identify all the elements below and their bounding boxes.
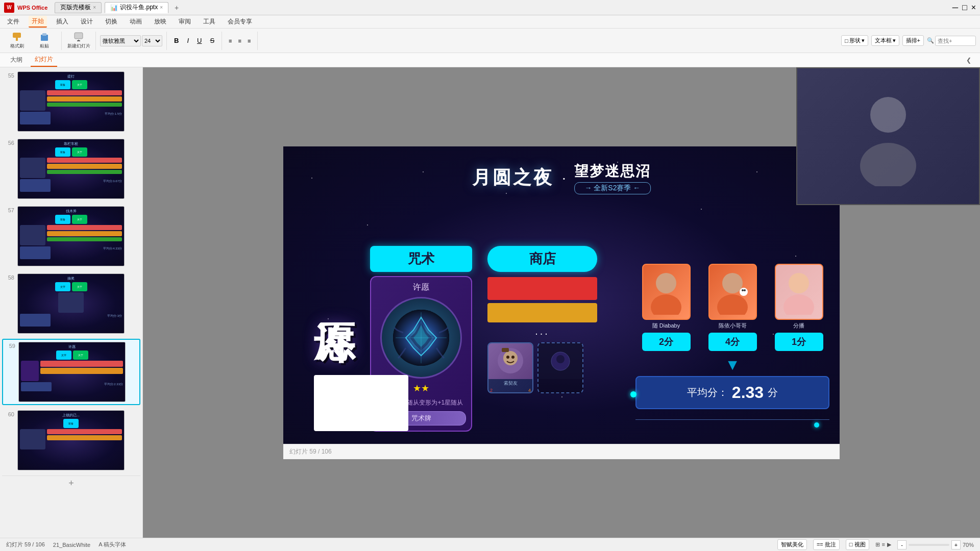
- slide-count-label: 幻灯片 59 / 106: [6, 541, 45, 548]
- italic-button[interactable]: I: [184, 35, 192, 46]
- thumb-56-label: 靠栏车桩: [20, 141, 122, 146]
- comment-button[interactable]: == 批注: [813, 539, 840, 550]
- slide-title-area: 月圆之夜 · 望梦迷思沼 → 全新S2赛季 ←: [472, 162, 651, 194]
- slide-number-60: 60: [4, 410, 14, 417]
- tab-normal[interactable]: 幻灯片: [31, 53, 57, 67]
- close-button[interactable]: ×: [971, 3, 976, 12]
- collapse-panel-button[interactable]: ❮: [964, 55, 974, 65]
- format-brush-button[interactable]: 格式刷: [4, 31, 30, 51]
- avg-score-unit: 分: [768, 386, 778, 399]
- svg-point-31: [783, 294, 814, 315]
- slide-panel: 55 提灯 装备 关于: [0, 67, 143, 538]
- player-2-name: 陈依小哥哥: [719, 322, 747, 330]
- slide-item-59[interactable]: 59 许愿 文字 关于: [2, 339, 140, 405]
- insert-plus-button[interactable]: 插排+: [902, 35, 924, 46]
- slide-number-56: 56: [4, 139, 14, 146]
- slide-canvas[interactable]: 月圆之夜 · 望梦迷思沼 → 全新S2赛季 ← 许愿 咒术: [283, 146, 840, 459]
- svg-point-19: [511, 356, 514, 359]
- svg-rect-3: [42, 33, 46, 36]
- align-center-button[interactable]: ≡: [236, 36, 244, 45]
- orange-bar: [487, 303, 597, 322]
- season-label: → 全新S2赛季 ←: [574, 182, 651, 194]
- smart-beautify-button[interactable]: 智赋美化: [777, 539, 807, 550]
- menu-transition[interactable]: 切换: [102, 16, 120, 27]
- menu-vip[interactable]: 会员专享: [225, 16, 255, 27]
- player-2-card: 陈依小哥哥 4分: [702, 264, 763, 351]
- slide-thumb-59: 许愿 文字 关于 平均分:2.33分: [18, 342, 126, 402]
- shop-item-1-cost2: 4: [528, 388, 531, 393]
- tab-2-close[interactable]: ×: [160, 5, 163, 10]
- slide-item-58[interactable]: 58 抽奖 文字 关于 平均分:3分: [2, 271, 140, 336]
- zoom-in-button[interactable]: +: [951, 540, 961, 549]
- text-box-button[interactable]: 文本框▾: [871, 35, 899, 46]
- avg-score-label: 平均分：: [687, 386, 728, 399]
- avg-score-box: 平均分： 2.33 分: [635, 376, 829, 409]
- shape-button[interactable]: □ 形状▾: [841, 35, 868, 46]
- tab-outline[interactable]: 大纲: [6, 54, 27, 66]
- slide-item-60[interactable]: 60 上镇的已... 装备: [2, 408, 140, 472]
- player-1-score: 2分: [642, 333, 691, 351]
- menu-slideshow[interactable]: 放映: [151, 16, 169, 27]
- maximize-button[interactable]: □: [962, 3, 967, 12]
- strikethrough-button[interactable]: S: [207, 35, 217, 46]
- webcam-placeholder: [842, 84, 934, 188]
- tab-2[interactable]: 📊 识役斗鱼.pptx ×: [105, 2, 168, 13]
- slide-number-57: 57: [4, 206, 14, 213]
- zoom-out-button[interactable]: -: [897, 540, 906, 549]
- app-name: WPS Office: [17, 5, 47, 11]
- align-right-button[interactable]: ≡: [245, 36, 253, 45]
- slide-note-area[interactable]: 幻灯片 59 / 106: [283, 444, 840, 459]
- align-left-button[interactable]: ≡: [226, 36, 234, 45]
- font-family-select[interactable]: 微软雅黑: [100, 35, 141, 46]
- font-size-select[interactable]: 24: [142, 35, 162, 46]
- slide-item-56[interactable]: 56 靠栏车桩 装备 关于: [2, 137, 140, 201]
- window-controls: ─ □ ×: [952, 3, 976, 12]
- svg-point-27: [740, 288, 748, 296]
- card-title: 许愿: [376, 282, 466, 293]
- menu-design[interactable]: 设计: [78, 16, 96, 27]
- slide-item-57[interactable]: 57 伐木斧 装备 关于: [2, 204, 140, 268]
- toolbar-divider-1: [61, 32, 62, 50]
- outline-view-icon[interactable]: ≡: [882, 541, 885, 548]
- add-tab-button[interactable]: +: [172, 3, 182, 13]
- underline-button[interactable]: U: [194, 35, 205, 46]
- menu-file[interactable]: 文件: [4, 16, 22, 27]
- menu-home[interactable]: 开始: [29, 16, 47, 28]
- search-input[interactable]: [935, 36, 976, 46]
- slideshow-icon[interactable]: ▶: [887, 541, 891, 548]
- shape-icon: □: [845, 38, 848, 44]
- new-slide-button[interactable]: 新建幻灯片: [66, 31, 91, 51]
- tab-1[interactable]: 页版売楼板 ×: [55, 2, 102, 13]
- zoom-slider[interactable]: [909, 544, 949, 546]
- slide-number-58: 58: [4, 273, 14, 281]
- svg-rect-0: [13, 33, 21, 38]
- menu-tools[interactable]: 工具: [200, 16, 218, 27]
- slide-thumb-55: 提灯 装备 关于 平均分: [17, 71, 125, 132]
- paste-button[interactable]: 粘贴: [32, 31, 57, 51]
- search-box[interactable]: 🔍: [927, 36, 976, 46]
- thumb-55-label: 提灯: [20, 74, 122, 79]
- bold-button[interactable]: B: [171, 35, 182, 46]
- menu-animation[interactable]: 动画: [127, 16, 145, 27]
- slide-item-55[interactable]: 55 提灯 装备 关于: [2, 69, 140, 134]
- font-icon: A: [99, 541, 102, 547]
- add-slide-button[interactable]: +: [2, 475, 140, 491]
- slide-thumb-58: 抽奖 文字 关于 平均分:3分: [17, 273, 125, 334]
- tab-1-close[interactable]: ×: [93, 5, 96, 10]
- cursor-indicator: [630, 391, 636, 397]
- svg-rect-20: [502, 348, 509, 352]
- webcam-video: [797, 68, 979, 204]
- players-row: 随 Diababy 2分: [635, 264, 829, 351]
- svg-point-24: [651, 294, 681, 315]
- normal-view-icon[interactable]: ⊞: [875, 541, 880, 548]
- tab-1-label: 页版売楼板: [60, 3, 91, 12]
- svg-point-18: [506, 356, 509, 359]
- arrow-down-icon: ▼: [635, 356, 829, 373]
- main-area: 55 提灯 装备 关于: [0, 67, 980, 538]
- menu-review[interactable]: 审阅: [176, 16, 194, 27]
- minimize-button[interactable]: ─: [952, 3, 958, 12]
- svg-point-25: [722, 273, 743, 293]
- title-dot: ·: [562, 170, 566, 186]
- menu-insert[interactable]: 插入: [53, 16, 71, 27]
- view-mode-button[interactable]: □ 视图: [846, 539, 869, 550]
